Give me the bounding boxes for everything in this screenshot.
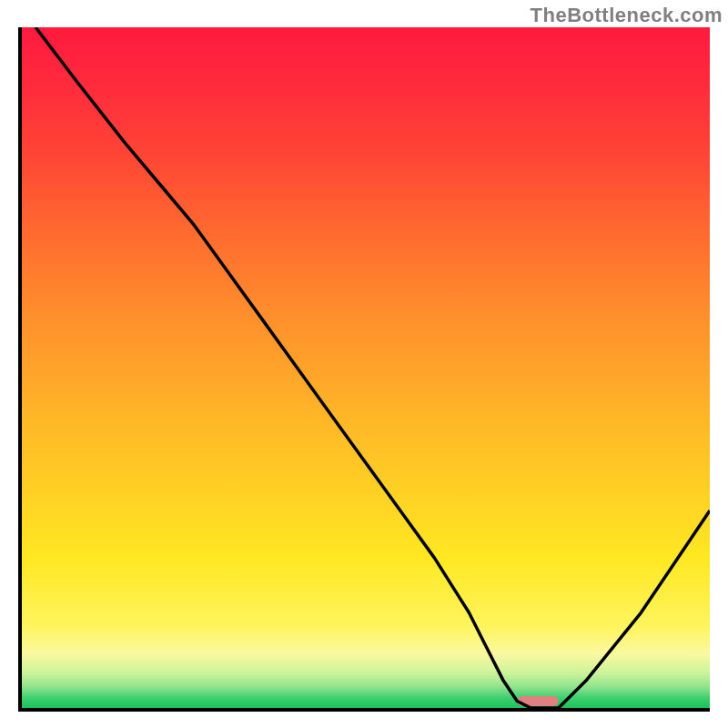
chart-plot-area — [18, 27, 710, 712]
watermark-text: TheBottleneck.com — [531, 4, 723, 27]
bottleneck-curve — [22, 27, 710, 708]
